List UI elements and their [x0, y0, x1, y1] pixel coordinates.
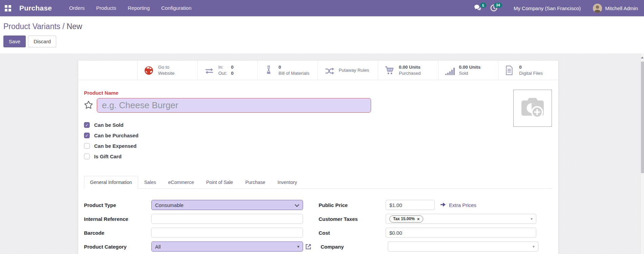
exchange-arrows-icon [205, 66, 214, 75]
can-be-sold-row[interactable]: ✓ Can be Sold [84, 122, 552, 128]
is-gift-card-label: Is Gift Card [94, 154, 122, 159]
digital-files-button[interactable]: 0Digital Files [498, 61, 558, 80]
digital-files-label: Digital Files [519, 71, 543, 76]
systray: 5 34 My Company (San Francisco) Mitchell… [473, 2, 638, 14]
activities-button[interactable]: 34 [489, 2, 502, 14]
internal-reference-input[interactable] [151, 214, 303, 224]
is-gift-card-checkbox[interactable] [84, 154, 90, 159]
putaway-label: Putaway Rules [339, 67, 369, 73]
breadcrumb-separator: / [60, 22, 66, 31]
tax-tag[interactable]: Tax 15.00% × [389, 215, 423, 223]
flask-icon [264, 66, 274, 75]
discard-button[interactable]: Discard [28, 36, 56, 47]
barcode-input[interactable] [151, 228, 303, 238]
form-sheet: Go toWebsite In:0 Out:0 0Bill of Materia… [78, 60, 559, 254]
chevron-down-icon [295, 202, 299, 208]
vertical-scrollbar[interactable] [640, 53, 644, 254]
company-field[interactable]: ▾ [388, 241, 538, 252]
messages-button[interactable]: 5 [473, 2, 486, 14]
can-be-sold-checkbox[interactable]: ✓ [84, 122, 90, 128]
can-be-expensed-checkbox[interactable] [84, 143, 90, 149]
cost-input[interactable] [386, 228, 536, 238]
menu-products[interactable]: Products [90, 0, 122, 16]
favorite-star-icon[interactable] [84, 100, 93, 111]
customer-taxes-field[interactable]: Tax 15.00% × ▾ [386, 214, 536, 224]
digital-files-count: 0 [519, 65, 522, 70]
units-sold-button[interactable]: 0.00 UnitsSold [438, 61, 498, 80]
putaway-rules-button[interactable]: Putaway Rules [318, 61, 378, 80]
public-price-label: Public Price [319, 202, 386, 208]
document-icon [505, 66, 515, 75]
cost-label: Cost [319, 230, 386, 236]
scroll-up-arrow[interactable] [641, 56, 644, 59]
sold-value: 0.00 Units [459, 65, 481, 70]
product-flags: ✓ Can be Sold ✓ Can be Purchased Can be … [84, 122, 552, 159]
can-be-purchased-label: Can be Purchased [94, 133, 138, 138]
public-price-input[interactable] [386, 200, 435, 210]
units-purchased-button[interactable]: 0.00 UnitsPurchased [378, 61, 438, 80]
out-value: 0 [231, 70, 234, 76]
cart-icon [385, 66, 394, 75]
is-gift-card-row[interactable]: Is Gift Card [84, 154, 552, 159]
save-button[interactable]: Save [3, 36, 26, 47]
user-name: Mitchell Admin [605, 5, 638, 11]
form-view-background: Go toWebsite In:0 Out:0 0Bill of Materia… [0, 53, 644, 254]
shuffle-icon [325, 66, 334, 75]
tab-point-of-sale[interactable]: Point of Sale [200, 176, 239, 188]
product-name-label: Product Name [84, 90, 552, 95]
extra-prices-text: Extra Prices [449, 202, 476, 208]
breadcrumb: Product Variants/New [3, 22, 639, 31]
company-switcher[interactable]: My Company (San Francisco) [514, 5, 581, 11]
tag-remove-icon[interactable]: × [417, 216, 420, 222]
top-navbar: Purchase Orders Products Reporting Confi… [0, 0, 644, 16]
can-be-expensed-label: Can be Expensed [94, 143, 136, 149]
sold-label: Sold [459, 71, 468, 76]
dropdown-caret-icon: ▾ [297, 244, 299, 249]
tab-sales[interactable]: Sales [138, 176, 162, 188]
inventory-in-out-button[interactable]: In:0 Out:0 [197, 61, 258, 80]
can-be-expensed-row[interactable]: Can be Expensed [84, 143, 552, 149]
can-be-purchased-row[interactable]: ✓ Can be Purchased [84, 133, 552, 138]
can-be-purchased-checkbox[interactable]: ✓ [84, 133, 90, 138]
control-panel: Product Variants/New Save Discard [0, 16, 644, 53]
apps-menu-icon[interactable] [5, 5, 11, 11]
product-type-select[interactable]: Consumable [151, 200, 303, 210]
general-information-panel: Product Type Consumable Public Price Ext… [84, 189, 552, 252]
customer-taxes-label: Customer Taxes [319, 216, 386, 222]
tax-tag-text: Tax 15.00% [393, 216, 415, 221]
extra-prices-link[interactable]: Extra Prices [440, 202, 476, 208]
scrollbar-thumb[interactable] [641, 62, 644, 173]
stat-button-box: Go toWebsite In:0 Out:0 0Bill of Materia… [78, 61, 558, 80]
app-brand[interactable]: Purchase [19, 4, 52, 12]
menu-configuration[interactable]: Configuration [155, 0, 197, 16]
purchased-label: Purchased [399, 71, 421, 76]
internal-reference-label: Internal Reference [84, 216, 151, 222]
breadcrumb-parent[interactable]: Product Variants [3, 22, 60, 31]
external-link-icon[interactable] [305, 244, 312, 250]
chat-bubble-icon [474, 6, 481, 12]
menu-reporting[interactable]: Reporting [122, 0, 155, 16]
globe-icon [144, 66, 154, 75]
activities-count-badge: 34 [494, 3, 502, 8]
menu-orders[interactable]: Orders [63, 0, 90, 16]
product-name-input[interactable] [97, 98, 371, 113]
notebook-tabs: General Information Sales eCommerce Poin… [84, 176, 552, 189]
bill-of-materials-button[interactable]: 0Bill of Materials [257, 61, 318, 80]
go-to-website-button[interactable]: Go toWebsite [137, 61, 197, 80]
tab-purchase[interactable]: Purchase [239, 176, 271, 188]
product-type-value: Consumable [155, 202, 184, 208]
barcode-label: Barcode [84, 230, 151, 236]
avatar [593, 4, 602, 13]
bom-label: Bill of Materials [278, 71, 309, 76]
product-category-field[interactable]: All ▾ [151, 241, 303, 252]
tab-general-information[interactable]: General Information [84, 176, 138, 189]
product-category-label: Product Category [84, 244, 151, 250]
bar-chart-icon [445, 66, 455, 75]
tab-inventory[interactable]: Inventory [272, 176, 303, 188]
user-menu[interactable]: Mitchell Admin [593, 4, 638, 13]
bom-count: 0 [278, 65, 281, 70]
company-label: Company [321, 244, 388, 250]
purchased-value: 0.00 Units [399, 65, 421, 70]
dropdown-caret-icon: ▾ [531, 216, 533, 221]
tab-ecommerce[interactable]: eCommerce [162, 176, 200, 188]
